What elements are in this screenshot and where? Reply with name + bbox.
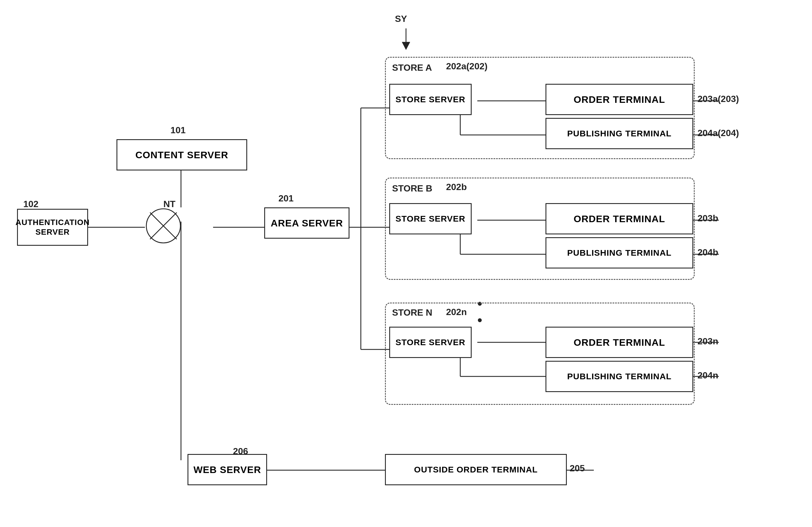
ref204n-label: 204n bbox=[697, 370, 718, 381]
store-a-publish-box: PUBLISHING TERMINAL bbox=[546, 118, 693, 149]
network-node bbox=[145, 207, 182, 244]
ref202a-label: 202a(202) bbox=[446, 61, 488, 72]
ref205-label: 205 bbox=[570, 463, 585, 473]
web-server-box: WEB SERVER bbox=[188, 454, 267, 485]
ref202b-label: 202b bbox=[446, 182, 467, 192]
outside-order-box: OUTSIDE ORDER TERMINAL bbox=[385, 454, 567, 485]
ref201-label: 201 bbox=[278, 193, 293, 204]
ref203n-label: 203n bbox=[697, 336, 718, 347]
store-b-server-box: STORE SERVER bbox=[389, 203, 472, 234]
store-n-server-box: STORE SERVER bbox=[389, 327, 472, 358]
area-server-box: AREA SERVER bbox=[264, 207, 349, 239]
store-b-order-box: ORDER TERMINAL bbox=[546, 203, 693, 234]
store-b-publish-box: PUBLISHING TERMINAL bbox=[546, 237, 693, 268]
ref101-label: 101 bbox=[171, 125, 186, 135]
ref102-label: 102 bbox=[23, 199, 38, 209]
store-n-label: STORE N bbox=[392, 307, 432, 318]
ref204a-label: 204a(204) bbox=[697, 128, 739, 138]
store-n-order-box: ORDER TERMINAL bbox=[546, 327, 693, 358]
store-b-label: STORE B bbox=[392, 183, 432, 194]
auth-server-box: AUTHENTICATIONSERVER bbox=[17, 209, 88, 246]
ref203b-label: 203b bbox=[697, 213, 718, 223]
ref204b-label: 204b bbox=[697, 247, 718, 258]
store-a-label: STORE A bbox=[392, 62, 432, 73]
ref202n-label: 202n bbox=[446, 307, 467, 317]
sy-label: SY bbox=[395, 14, 407, 24]
svg-marker-1 bbox=[402, 42, 410, 50]
store-a-server-box: STORE SERVER bbox=[389, 84, 472, 115]
store-a-order-box: ORDER TERMINAL bbox=[546, 84, 693, 115]
content-server-box: CONTENT SERVER bbox=[116, 139, 247, 171]
ref203a-label: 203a(203) bbox=[697, 94, 739, 104]
store-n-publish-box: PUBLISHING TERMINAL bbox=[546, 361, 693, 392]
